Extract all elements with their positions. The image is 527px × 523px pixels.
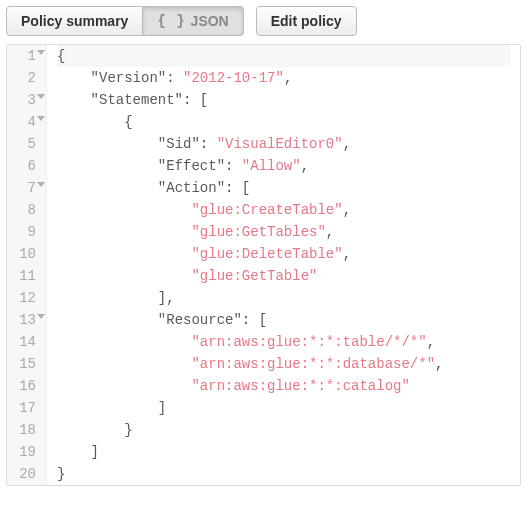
gutter-line: 4 bbox=[13, 111, 36, 133]
gutter-line: 16 bbox=[13, 375, 36, 397]
token-str: "glue:CreateTable" bbox=[191, 202, 342, 218]
token-punct: : [ bbox=[225, 180, 250, 196]
edit-policy-button[interactable]: Edit policy bbox=[256, 6, 357, 36]
gutter-line: 13 bbox=[13, 309, 36, 331]
gutter-line: 3 bbox=[13, 89, 36, 111]
token-key: "Resource" bbox=[158, 312, 242, 328]
gutter-line: 17 bbox=[13, 397, 36, 419]
fold-marker-icon[interactable] bbox=[37, 182, 45, 187]
code-line[interactable]: ], bbox=[57, 287, 510, 309]
gutter-line: 7 bbox=[13, 177, 36, 199]
tab-json[interactable]: { } JSON bbox=[143, 6, 243, 36]
tab-label: Policy summary bbox=[21, 13, 128, 29]
gutter-line: 20 bbox=[13, 463, 36, 485]
code-line[interactable]: ] bbox=[57, 441, 510, 463]
token-str: "glue:GetTables" bbox=[191, 224, 325, 240]
token-punct: : bbox=[200, 136, 217, 152]
token-key: "Sid" bbox=[158, 136, 200, 152]
token-key: "Statement" bbox=[91, 92, 183, 108]
gutter-line: 11 bbox=[13, 265, 36, 287]
gutter-line: 12 bbox=[13, 287, 36, 309]
gutter-line: 14 bbox=[13, 331, 36, 353]
gutter-line: 18 bbox=[13, 419, 36, 441]
token-punct: , bbox=[343, 246, 351, 262]
token-punct: ] bbox=[158, 400, 166, 416]
token-punct: , bbox=[435, 356, 443, 372]
token-punct: : bbox=[166, 70, 183, 86]
token-punct: ], bbox=[158, 290, 175, 306]
token-punct: , bbox=[427, 334, 435, 350]
gutter-line: 8 bbox=[13, 199, 36, 221]
token-str: "2012-10-17" bbox=[183, 70, 284, 86]
code-line[interactable]: "Resource": [ bbox=[57, 309, 510, 331]
gutter-line: 15 bbox=[13, 353, 36, 375]
token-key: "Version" bbox=[91, 70, 167, 86]
tab-policy-summary[interactable]: Policy summary bbox=[6, 6, 143, 36]
token-str: "glue:GetTable" bbox=[191, 268, 317, 284]
code-line[interactable]: ] bbox=[57, 397, 510, 419]
token-str: "arn:aws:glue:*:*:catalog" bbox=[191, 378, 409, 394]
fold-marker-icon[interactable] bbox=[37, 94, 45, 99]
token-punct: , bbox=[326, 224, 334, 240]
code-line[interactable]: } bbox=[57, 419, 510, 441]
token-str: "arn:aws:glue:*:*:database/*" bbox=[191, 356, 435, 372]
token-punct: { bbox=[57, 48, 65, 64]
token-punct: } bbox=[57, 466, 65, 482]
code-line[interactable]: "glue:CreateTable", bbox=[57, 199, 510, 221]
token-str: "Allow" bbox=[242, 158, 301, 174]
token-punct: : bbox=[225, 158, 242, 174]
token-punct: { bbox=[124, 114, 132, 130]
gutter-line: 5 bbox=[13, 133, 36, 155]
token-punct: ] bbox=[91, 444, 99, 460]
braces-icon: { } bbox=[157, 13, 185, 29]
token-punct: , bbox=[284, 70, 292, 86]
code-line[interactable]: "Effect": "Allow", bbox=[57, 155, 510, 177]
token-key: "Effect" bbox=[158, 158, 225, 174]
code-line[interactable]: } bbox=[57, 463, 510, 485]
code-line[interactable]: "Sid": "VisualEditor0", bbox=[57, 133, 510, 155]
code-line[interactable]: "glue:GetTables", bbox=[57, 221, 510, 243]
gutter-line: 9 bbox=[13, 221, 36, 243]
editor-gutter: 1234567891011121314151617181920 bbox=[7, 45, 47, 485]
tab-label: JSON bbox=[191, 13, 229, 29]
code-line[interactable]: { bbox=[57, 45, 510, 67]
code-line[interactable]: "Action": [ bbox=[57, 177, 510, 199]
gutter-line: 19 bbox=[13, 441, 36, 463]
token-str: "VisualEditor0" bbox=[217, 136, 343, 152]
code-line[interactable]: "arn:aws:glue:*:*:table/*/*", bbox=[57, 331, 510, 353]
fold-marker-icon[interactable] bbox=[37, 116, 45, 121]
token-str: "glue:DeleteTable" bbox=[191, 246, 342, 262]
code-line[interactable]: "Statement": [ bbox=[57, 89, 510, 111]
json-editor[interactable]: 1234567891011121314151617181920 { "Versi… bbox=[6, 44, 521, 486]
code-line[interactable]: "arn:aws:glue:*:*:catalog" bbox=[57, 375, 510, 397]
tab-row: Policy summary { } JSON Edit policy bbox=[6, 6, 521, 36]
fold-marker-icon[interactable] bbox=[37, 314, 45, 319]
code-line[interactable]: "Version": "2012-10-17", bbox=[57, 67, 510, 89]
token-punct: : [ bbox=[183, 92, 208, 108]
token-str: "arn:aws:glue:*:*:table/*/*" bbox=[191, 334, 426, 350]
token-key: "Action" bbox=[158, 180, 225, 196]
token-punct: , bbox=[343, 202, 351, 218]
code-line[interactable]: "glue:GetTable" bbox=[57, 265, 510, 287]
code-line[interactable]: "glue:DeleteTable", bbox=[57, 243, 510, 265]
gutter-line: 1 bbox=[13, 45, 36, 67]
fold-marker-icon[interactable] bbox=[37, 50, 45, 55]
button-label: Edit policy bbox=[271, 13, 342, 29]
code-line[interactable]: "arn:aws:glue:*:*:database/*", bbox=[57, 353, 510, 375]
token-punct: , bbox=[301, 158, 309, 174]
editor-code[interactable]: { "Version": "2012-10-17", "Statement": … bbox=[47, 45, 520, 485]
gutter-line: 6 bbox=[13, 155, 36, 177]
token-punct: } bbox=[124, 422, 132, 438]
gutter-line: 2 bbox=[13, 67, 36, 89]
code-line[interactable]: { bbox=[57, 111, 510, 133]
gutter-line: 10 bbox=[13, 243, 36, 265]
token-punct: : [ bbox=[242, 312, 267, 328]
token-punct: , bbox=[343, 136, 351, 152]
